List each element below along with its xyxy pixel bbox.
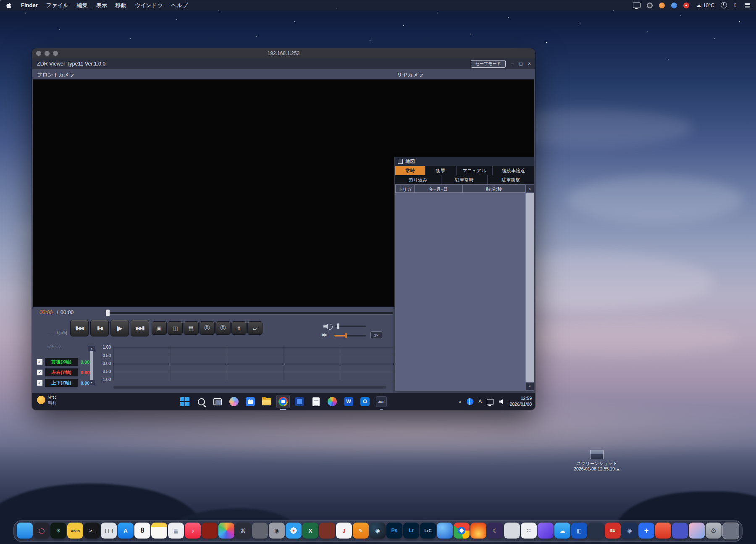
dock-icon-calendar[interactable]: 8	[134, 523, 150, 539]
dock-icon-steam[interactable]: ◉	[370, 523, 386, 539]
map-detach-icon[interactable]	[398, 159, 403, 164]
dock-icon-notes[interactable]	[151, 523, 167, 539]
app-menu-icon-blue[interactable]	[671, 3, 677, 8]
dock-icon-orange-app[interactable]	[655, 523, 671, 539]
dock-icon-discord[interactable]	[672, 523, 688, 539]
remote-desktop-window[interactable]: 192.168.1.253 ZDR Viewer Type11 Ver.1.0.…	[32, 48, 535, 410]
taskbar-search-button[interactable]	[194, 395, 208, 408]
player-button-eject[interactable]: ⇧	[231, 321, 247, 335]
player-button-route-r2[interactable]: Ⓡ	[215, 321, 231, 335]
safe-mode-button[interactable]: セーフモード	[471, 60, 506, 68]
dock-icon-safari[interactable]: ✦	[286, 523, 302, 539]
dock-icon-tiles-app[interactable]: ◧	[571, 523, 587, 539]
dock-icon-app-store[interactable]: A	[118, 523, 134, 539]
axis-checkbox[interactable]: ✓	[37, 359, 43, 365]
dock-icon-settings[interactable]: ⚙	[706, 523, 722, 539]
taskbar-zdr-viewer-button[interactable]: ZDR	[375, 395, 388, 408]
list-scrollbar[interactable]	[525, 193, 534, 382]
dock-icon-avatar-app[interactable]	[689, 523, 705, 539]
skip-start-button[interactable]: ▮◀◀	[70, 320, 89, 336]
taskbar-clock[interactable]: 12:59 2026/01/08	[509, 396, 532, 407]
menubar-item[interactable]: ヘルプ	[167, 2, 192, 9]
dock-icon-grid-app[interactable]: ▦	[168, 523, 184, 539]
dock-icon-trash[interactable]	[722, 523, 739, 539]
zdr-titlebar[interactable]: ZDR Viewer Type11 Ver.1.0.0 セーフモード − □ ×	[32, 58, 535, 69]
dock-icon-levels-app[interactable]: ❙❙❙	[101, 523, 117, 539]
menubar-item[interactable]: ファイル	[42, 2, 73, 9]
dock-icon-lightroom-classic[interactable]: LrC	[420, 523, 436, 539]
dock-icon-gray-app[interactable]	[252, 523, 268, 539]
stats-menu-icon[interactable]	[647, 3, 653, 8]
screenshot-thumbnail[interactable]	[590, 450, 604, 459]
desktop-screenshot-file[interactable]: スクリーンショット 2026-01-08 12.55.19☁	[563, 450, 630, 472]
dock-icon-night-app[interactable]: ☾	[487, 523, 503, 539]
recording-tab[interactable]: 駐車常時	[441, 175, 488, 184]
dock-icon-navy-app[interactable]	[588, 523, 604, 539]
dock-icon-terminal[interactable]: >_	[84, 523, 100, 539]
playback-speed-thumb[interactable]	[345, 333, 347, 338]
dock-icon-blue-sphere-app[interactable]	[437, 523, 453, 539]
clock-menu-icon[interactable]	[721, 2, 727, 8]
dock-icon-arc[interactable]: ◯	[34, 523, 50, 539]
list-scroll-up-button[interactable]: ▲	[525, 184, 534, 193]
player-button-save[interactable]: ▤	[184, 321, 199, 335]
taskbar-copilot-button[interactable]	[227, 395, 241, 408]
graph-horizontal-scrollbar[interactable]	[113, 386, 386, 389]
dock-icon-plus-app[interactable]: +	[638, 523, 654, 539]
dock-icon-finder[interactable]	[17, 523, 33, 539]
graph-scale-slider[interactable]	[90, 351, 93, 380]
taskbar-store-button[interactable]	[244, 395, 257, 408]
weather-menu-item[interactable]: ☁ 10°C	[696, 2, 714, 8]
dock-icon-launchpad[interactable]: ∷	[521, 523, 537, 539]
menubar-item[interactable]: ウインドウ	[131, 2, 167, 9]
axis-checkbox[interactable]: ✓	[37, 369, 43, 376]
dock-icon-window-app[interactable]: ⌘	[235, 523, 251, 539]
recording-tab[interactable]: マニュアル	[457, 166, 493, 175]
player-button-snapshot[interactable]: ▣	[152, 321, 167, 335]
dock-icon-eu-app[interactable]: EU	[605, 523, 621, 539]
dock-icon-red-doc-app[interactable]	[202, 523, 218, 539]
recording-tab[interactable]: 常時	[395, 166, 425, 175]
taskbar-outlook-button[interactable]: O	[358, 395, 372, 408]
zdr-close-button[interactable]: ×	[528, 61, 531, 66]
ime-mode-indicator[interactable]: A	[478, 399, 482, 405]
dock-icon-chrome[interactable]	[454, 523, 470, 539]
next-frame-button[interactable]: ▶▶▮	[131, 320, 149, 336]
zdr-minimize-button[interactable]: −	[511, 61, 514, 66]
list-scroll-down-button[interactable]: ▼	[525, 382, 534, 391]
taskbar-media-app-button[interactable]	[293, 395, 306, 408]
player-button-record[interactable]: ◫	[168, 321, 183, 335]
taskbar-word-button[interactable]: W	[342, 395, 355, 408]
front-camera-video[interactable]	[33, 79, 394, 307]
tray-overflow-button[interactable]: ∧	[459, 399, 462, 404]
dock-icon-cloud-app[interactable]: ☁	[554, 523, 570, 539]
dock-icon-camera-app[interactable]: ◉	[269, 523, 285, 539]
play-button[interactable]: ▶	[110, 320, 129, 336]
playback-rate-button[interactable]: 1×	[370, 331, 382, 339]
taskbar-taskview-button[interactable]	[211, 395, 224, 408]
dock-icon-pencil-app[interactable]: ✎	[353, 523, 369, 539]
screen-mirroring-icon[interactable]	[633, 3, 640, 8]
player-button-folder[interactable]: ▱	[247, 321, 262, 335]
moon-icon[interactable]: ☾	[733, 2, 738, 8]
taskbar-start-button[interactable]	[178, 395, 192, 408]
dock-icon-excel[interactable]: X	[302, 523, 318, 539]
taskbar-photos-button[interactable]	[326, 395, 339, 408]
volume-slider[interactable]	[335, 326, 366, 327]
control-center-icon[interactable]	[745, 3, 750, 8]
menubar-item[interactable]: Finder	[17, 2, 42, 8]
menubar-item[interactable]: 編集	[73, 2, 92, 9]
window-titlebar[interactable]: 192.168.1.253	[32, 48, 535, 59]
taskbar-file-explorer-button[interactable]	[260, 395, 273, 408]
speaker-icon[interactable]	[499, 399, 504, 404]
network-icon[interactable]	[487, 399, 494, 405]
dock-icon-light-app[interactable]	[504, 523, 520, 539]
app-menu-icon-red[interactable]	[683, 3, 689, 8]
dock-icon-photos[interactable]	[218, 523, 234, 539]
dock-icon-assistant[interactable]: ✳	[50, 523, 66, 539]
taskbar-weather-widget[interactable]: 9°C 晴れ	[37, 395, 56, 405]
prev-frame-button[interactable]: ▮◀	[90, 320, 109, 336]
dock-icon-lightroom[interactable]: Lr	[403, 523, 419, 539]
recording-tab[interactable]: 割り込み	[395, 175, 441, 184]
dock-icon-music[interactable]: ♪	[185, 523, 201, 539]
